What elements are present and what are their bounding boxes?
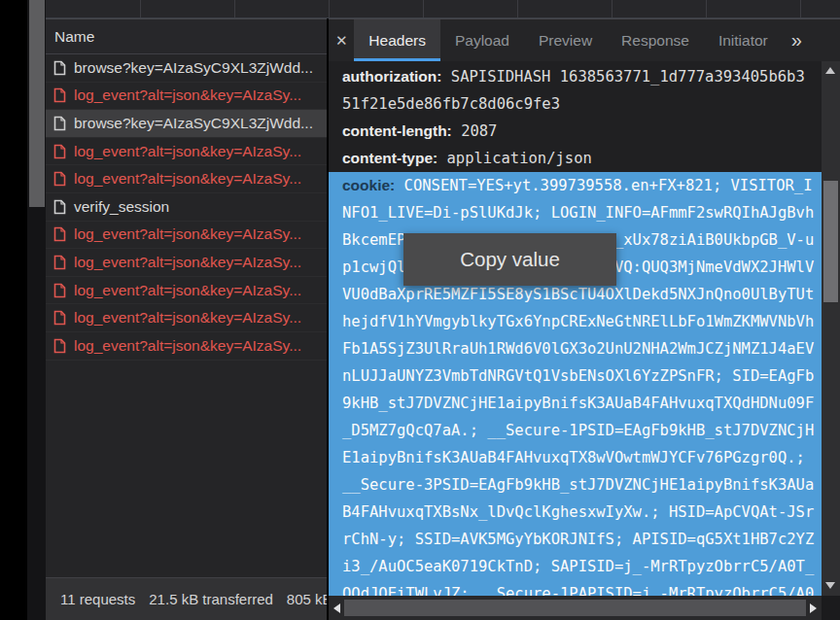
header-line: content-type: application/json — [329, 145, 822, 172]
header-line: authorization: SAPISIDHASH 1638563771_1d… — [329, 63, 822, 90]
vertical-scrollbar[interactable] — [822, 61, 840, 597]
file-icon — [53, 283, 66, 298]
request-row[interactable]: log_event?alt=json&key=AIzaSy... — [46, 304, 327, 332]
request-row[interactable]: log_event?alt=json&key=AIzaSy... — [46, 249, 327, 277]
header-line: __Secure-3PSID=EAgFb9kHB_stJ7DVZNCjHE1ai… — [329, 471, 822, 499]
page-scrollbar[interactable] — [27, 0, 46, 620]
request-label: log_event?alt=json&key=AIzaSy... — [74, 254, 301, 271]
request-row[interactable]: log_event?alt=json&key=AIzaSy... — [46, 332, 327, 361]
request-list: browse?key=AIzaSyC9XL3ZjWdd... log_event… — [46, 54, 327, 361]
request-row[interactable]: verify_session — [46, 193, 327, 222]
file-icon — [53, 310, 66, 326]
request-row[interactable]: browse?key=AIzaSyC9XL3ZjWdd... — [46, 54, 327, 83]
request-row[interactable]: log_event?alt=json&key=AIzaSy... — [46, 83, 327, 111]
request-row[interactable]: log_event?alt=json&key=AIzaSy... — [46, 222, 327, 250]
file-icon — [53, 144, 66, 159]
header-line: Fb1A5SjZ3UlRraUh1RWd6V0lGX3o2UnU2NHA2WmJ… — [329, 335, 822, 362]
devtools-network-panel: Name browse?key=AIzaSyC9XL3ZjWdd... log_… — [0, 0, 840, 620]
header-line: NFO1_LIVE=Di-pSlUKdJk; LOGIN_INFO=AFmmF2… — [329, 199, 822, 226]
close-icon[interactable]: ✕ — [329, 19, 354, 61]
request-label: log_event?alt=json&key=AIzaSy... — [74, 86, 301, 104]
request-row[interactable]: log_event?alt=json&key=AIzaSy... — [46, 138, 327, 166]
headers-content: authorization: SAPISIDHASH 1638563771_1d… — [329, 61, 822, 597]
request-row[interactable]: browse?key=AIzaSyC9XL3ZjWdd... — [46, 110, 327, 138]
header-line: 9kHB_stJ7DVZNCjHE1aipyBnifsK3AUaB4FAHvux… — [329, 390, 822, 417]
scroll-left-icon[interactable] — [333, 603, 340, 613]
page-scrollbar-thumb[interactable] — [29, 0, 45, 207]
request-row[interactable]: log_event?alt=json&key=AIzaSy... — [46, 277, 327, 305]
header-line: content-length: 2087 — [329, 118, 822, 145]
request-label: log_event?alt=json&key=AIzaSy... — [74, 170, 301, 188]
network-overview-strip — [46, 0, 840, 18]
header-line: nLUJJaUNYZ3VmbTdNRGVtQ1VsbENsOXl6YzZPSnF… — [329, 362, 822, 390]
file-icon — [53, 255, 66, 270]
file-icon — [53, 87, 66, 103]
request-label: browse?key=AIzaSyC9XL3ZjWdd... — [74, 59, 313, 77]
request-label: log_event?alt=json&key=AIzaSy... — [74, 337, 301, 355]
request-label: log_event?alt=json&key=AIzaSy... — [74, 309, 301, 327]
file-icon — [53, 338, 66, 354]
name-column-header[interactable]: Name — [46, 19, 327, 54]
request-label: verify_session — [74, 198, 169, 216]
header-line: 51f21e5de86fb7c8d06c9fe3 — [329, 90, 822, 118]
transferred-size: 21.5 kB transferred — [149, 591, 273, 607]
header-name: content-type: — [342, 150, 438, 166]
request-count: 11 requests — [60, 591, 135, 607]
header-line: E1aipyBnifsK3AUaB4FAHvuxqTX8wVOwtmWJYCFv… — [329, 444, 822, 471]
header-name: authorization: — [342, 68, 441, 85]
header-line: _D5MZ7gQcQ7aA.; __Secure-1PSID=EAgFb9kHB… — [329, 417, 822, 444]
more-tabs-icon[interactable]: » — [783, 19, 811, 61]
copy-value-menu[interactable]: Copy value — [403, 233, 616, 286]
file-icon — [53, 60, 66, 76]
tab-response[interactable]: Response — [607, 19, 704, 61]
scroll-up-icon[interactable] — [825, 67, 835, 74]
tab-initiator[interactable]: Initiator — [704, 19, 783, 61]
requests-panel: Name browse?key=AIzaSyC9XL3ZjWdd... log_… — [46, 18, 327, 620]
request-detail-panel: ✕ HeadersPayloadPreviewResponseInitiator… — [329, 18, 840, 620]
summary-bar: 11 requests 21.5 kB transferred 805 kB — [46, 577, 327, 620]
header-line: QOdJQEiTWLvJZ; __Secure-1PAPISID=j_-MrRT… — [329, 580, 822, 597]
copy-value-label: Copy value — [460, 248, 560, 271]
request-label: log_event?alt=json&key=AIzaSy... — [74, 282, 301, 299]
resources-size: 805 kB — [287, 591, 327, 607]
file-icon — [53, 199, 66, 215]
header-line: i3_/AuOC5eaK0719CkTnD; SAPISID=j_-MrRTpy… — [329, 553, 822, 580]
header-line: rChN-y; SSID=AVK5MGyYbKORJNIfS; APISID=q… — [329, 526, 822, 553]
vertical-scrollbar-thumb[interactable] — [823, 181, 838, 302]
request-label: log_event?alt=json&key=AIzaSy... — [74, 225, 301, 243]
tab-payload[interactable]: Payload — [440, 19, 524, 61]
request-row[interactable]: log_event?alt=json&key=AIzaSy... — [46, 165, 327, 193]
header-name: content-length: — [342, 122, 452, 139]
horizontal-scrollbar[interactable] — [329, 596, 822, 620]
scroll-right-icon[interactable] — [810, 603, 817, 613]
detail-tab-bar: ✕ HeadersPayloadPreviewResponseInitiator… — [329, 19, 840, 61]
name-column-label: Name — [54, 28, 94, 46]
scrollbar-corner — [822, 596, 840, 620]
detail-tabs: HeadersPayloadPreviewResponseInitiator — [354, 19, 782, 61]
header-lines: authorization: SAPISIDHASH 1638563771_1d… — [329, 63, 822, 172]
tab-preview[interactable]: Preview — [524, 19, 607, 61]
request-label: log_event?alt=json&key=AIzaSy... — [74, 143, 301, 160]
header-line: B4FAHvuxqTXBsNx_lDvQclKghesxwIyXw.; HSID… — [329, 499, 822, 526]
file-icon — [53, 226, 66, 242]
header-name: cookie: — [342, 177, 395, 193]
tab-headers[interactable]: Headers — [354, 19, 440, 61]
header-line: hejdfV1hYVmgyblkyTGx6YnpCRExNeGtNRElLbFo… — [329, 308, 822, 335]
file-icon — [53, 116, 66, 131]
request-label: browse?key=AIzaSyC9XL3ZjWdd... — [74, 115, 313, 132]
header-line: cookie: CONSENT=YES+yt.399739558.en+FX+8… — [329, 172, 822, 199]
file-icon — [53, 171, 66, 187]
scroll-down-icon[interactable] — [825, 582, 835, 589]
horizontal-scrollbar-thumb[interactable] — [344, 600, 806, 616]
